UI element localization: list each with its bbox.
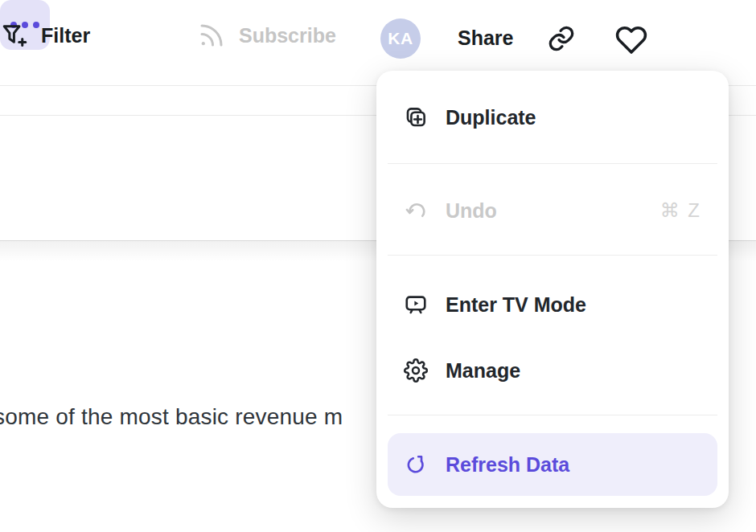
copy-link-button[interactable]: [544, 21, 579, 56]
menu-item-label: Refresh Data: [446, 453, 569, 477]
shortcut-hint: ⌘ Z: [660, 199, 701, 222]
more-options-menu: Duplicate Undo ⌘ Z Enter TV M: [376, 71, 729, 508]
heart-icon: [615, 23, 647, 55]
body-text-fragment: some of the most basic revenue m: [0, 404, 343, 430]
menu-item-manage[interactable]: Manage: [388, 343, 717, 398]
refresh-icon: [404, 452, 428, 477]
share-label: Share: [458, 27, 513, 50]
share-button[interactable]: Share: [458, 27, 513, 50]
filter-label: Filter: [41, 24, 90, 47]
menu-item-label: Enter TV Mode: [446, 293, 586, 317]
duplicate-icon: [404, 105, 428, 129]
menu-divider: [388, 163, 717, 164]
menu-divider: [388, 255, 717, 256]
menu-item-duplicate[interactable]: Duplicate: [388, 90, 717, 145]
menu-item-enter-tv-mode[interactable]: Enter TV Mode: [388, 277, 717, 332]
menu-item-undo[interactable]: Undo ⌘ Z: [388, 183, 717, 238]
favorite-button[interactable]: [612, 19, 651, 58]
subscribe-label: Subscribe: [239, 24, 336, 47]
menu-item-label: Manage: [446, 359, 520, 383]
rss-icon: [197, 21, 226, 50]
menu-item-label: Duplicate: [446, 106, 536, 129]
menu-item-label: Undo: [446, 199, 497, 223]
avatar-initials: KA: [388, 29, 413, 48]
tv-play-icon: [404, 293, 428, 317]
filter-button[interactable]: Filter: [0, 21, 90, 50]
subscribe-button[interactable]: Subscribe: [197, 21, 336, 50]
page: some of the most basic revenue m Filter …: [0, 0, 756, 532]
filter-plus-icon: [0, 21, 29, 50]
gear-icon: [404, 358, 428, 383]
menu-divider: [388, 415, 717, 415]
undo-icon: [404, 198, 428, 223]
menu-item-refresh-data[interactable]: Refresh Data: [388, 433, 717, 496]
link-icon: [547, 24, 576, 53]
avatar[interactable]: KA: [380, 18, 421, 59]
